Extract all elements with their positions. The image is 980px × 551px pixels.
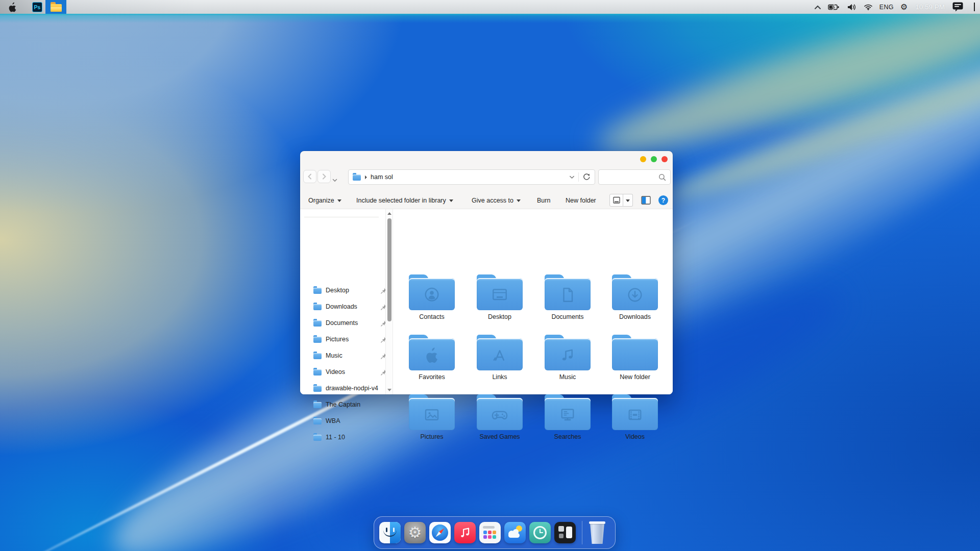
sidebar-item-label: Documents [326,319,358,327]
new-folder-button[interactable]: New folder [566,192,596,209]
explorer-folder-icon [51,4,62,12]
folder-icon [545,394,591,430]
system-preferences-dock-icon[interactable]: ⚙ [404,522,426,543]
monitor-window-icon [477,281,523,309]
launchpad-dock-icon[interactable] [479,522,501,543]
help-button[interactable]: ? [658,195,668,205]
icons-view-icon [612,196,621,204]
scroll-up-arrow[interactable] [387,212,391,215]
sidebar-item-videos[interactable]: Videos [313,364,388,380]
folder-item-links[interactable]: Links [468,335,531,392]
sidebar-item-label: Videos [326,368,345,375]
weather-dock-icon[interactable] [504,522,526,543]
folder-icon [409,394,455,430]
sidebar-item-wba[interactable]: WBA [313,413,388,429]
sidebar-scrollbar[interactable] [385,209,393,394]
time-machine-dock-icon[interactable] [529,522,551,543]
folder-icon [612,274,658,310]
folder-label: Documents [536,313,599,320]
folder-icon [409,274,455,310]
folder-item-desktop[interactable]: Desktop [468,274,531,332]
language-indicator[interactable]: ENG [879,4,894,11]
folder-icon [477,274,523,310]
folder-item-new-folder[interactable]: New folder [603,335,667,392]
search-icon[interactable] [658,173,666,181]
sidebar-item-documents[interactable]: Documents [313,315,388,331]
folder-icon [313,304,322,310]
folder-icon [612,394,658,430]
forward-button[interactable] [317,170,331,183]
back-button[interactable] [303,170,316,183]
address-folder-icon [353,174,361,181]
sidebar-item-music[interactable]: Music [313,347,388,364]
sidebar-item-label: Music [326,352,342,359]
view-options-dropdown[interactable] [623,194,633,207]
address-dropdown-icon[interactable] [569,176,575,179]
command-bar: Organize Include selected folder in libr… [300,192,673,209]
include-in-library-button[interactable]: Include selected folder in library [356,192,453,209]
folder-item-contacts[interactable]: Contacts [400,274,463,332]
folder-icon [545,335,591,370]
minimize-button[interactable] [640,156,646,162]
photoshop-app-icon[interactable]: Ps [32,2,42,12]
scroll-down-arrow[interactable] [387,389,391,391]
new-folder-label: New folder [566,197,596,204]
sidebar-item-desktop[interactable]: Desktop [313,282,388,298]
sidebar-item-pictures[interactable]: Pictures [313,331,388,347]
folder-icon [313,435,322,441]
finder-dock-icon[interactable] [379,522,401,543]
give-access-button[interactable]: Give access to [472,192,521,209]
notification-icon[interactable] [952,2,963,12]
wifi-icon[interactable] [864,4,873,10]
trash-dock-icon[interactable] [589,521,606,544]
folder-item-documents[interactable]: Documents [536,274,599,332]
tiles-dock-icon[interactable] [554,522,576,543]
folder-item-saved-games[interactable]: Saved Games [468,394,531,452]
folder-label: Pictures [400,433,463,440]
folder-item-searches[interactable]: Searches [536,394,599,452]
sidebar-item-label: Downloads [326,303,357,310]
folder-label: Searches [536,433,599,440]
address-bar[interactable]: ham sol [348,169,595,185]
close-button[interactable] [662,156,668,162]
folder-item-music[interactable]: Music [536,335,599,392]
picture-icon [409,400,455,429]
preview-pane-button[interactable] [641,196,651,207]
search-input[interactable] [603,173,658,181]
folder-item-favorites[interactable]: Favorites [400,335,463,392]
zoom-button[interactable] [651,156,657,162]
folder-label: Desktop [468,313,531,320]
dock: ⚙ [374,516,616,549]
settings-gear-icon[interactable]: ⚙ [900,3,908,11]
sidebar-item-label: Desktop [326,287,349,294]
sidebar-item-the-captain[interactable]: The Captain [313,396,388,413]
scrollbar-thumb[interactable] [387,218,391,321]
apple-menu-icon[interactable] [8,2,17,12]
menu-bar-clock[interactable]: 10:59 PM [915,3,945,11]
change-view-button[interactable] [609,194,623,207]
folder-item-downloads[interactable]: Downloads [603,274,667,332]
organize-label: Organize [308,197,334,204]
apple-music-dock-icon[interactable] [454,522,476,543]
sidebar-item-11-10[interactable]: 11 - 10 [313,429,388,445]
apple-icon [409,341,455,369]
burn-button[interactable]: Burn [537,192,550,209]
organize-button[interactable]: Organize [308,192,341,209]
battery-charging-icon[interactable] [828,4,840,11]
burn-label: Burn [537,197,550,204]
folder-icon [612,335,658,370]
view-button-group [609,194,633,207]
search-box[interactable] [598,169,671,185]
music-note-icon [545,341,591,369]
folder-item-pictures[interactable]: Pictures [400,394,463,452]
folder-item-videos[interactable]: Videos [603,394,667,452]
chevron-up-icon[interactable] [814,5,821,10]
safari-dock-icon[interactable] [429,522,451,543]
recent-locations-dropdown[interactable] [332,175,337,184]
refresh-icon[interactable] [582,173,591,181]
give-access-label: Give access to [472,197,513,204]
file-explorer-app-icon[interactable] [45,0,66,14]
volume-icon[interactable] [847,4,857,11]
sidebar-item-drawable-nodpi-v4[interactable]: drawable-nodpi-v4 [313,380,388,396]
sidebar-item-downloads[interactable]: Downloads [313,298,388,315]
